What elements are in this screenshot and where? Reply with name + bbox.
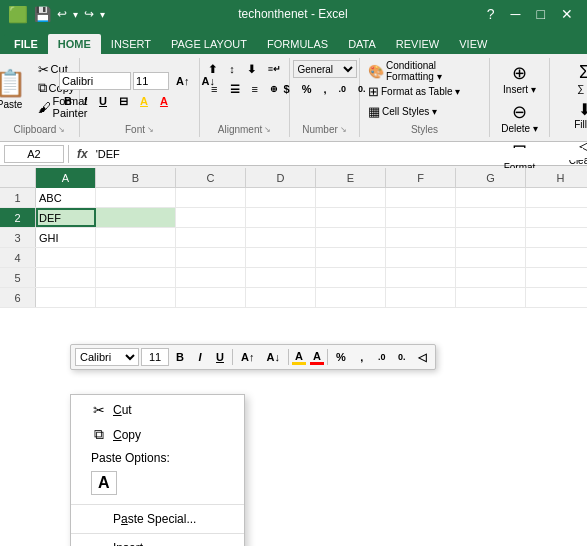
row-num-2[interactable]: 2 (0, 208, 36, 227)
quick-access-redo[interactable]: ↪ (84, 7, 94, 21)
mini-smaller-button[interactable]: A↓ (261, 348, 284, 366)
cell-d3[interactable] (246, 228, 316, 247)
cell-e6[interactable] (316, 288, 386, 307)
cell-f2[interactable] (386, 208, 456, 227)
percent-button[interactable]: % (297, 80, 317, 98)
row-num-5[interactable]: 5 (0, 268, 36, 287)
cell-d5[interactable] (246, 268, 316, 287)
cell-c1[interactable] (176, 188, 246, 207)
row-num-1[interactable]: 1 (0, 188, 36, 207)
cell-h1[interactable] (526, 188, 587, 207)
cell-c6[interactable] (176, 288, 246, 307)
cell-a4[interactable] (36, 248, 96, 267)
tab-review[interactable]: REVIEW (386, 34, 449, 54)
col-header-h[interactable]: H (526, 168, 587, 188)
cell-e5[interactable] (316, 268, 386, 287)
tab-data[interactable]: DATA (338, 34, 386, 54)
ctx-paste-value-button[interactable]: A (91, 471, 117, 495)
cell-g3[interactable] (456, 228, 526, 247)
align-middle-button[interactable]: ↕ (224, 60, 240, 78)
row-num-6[interactable]: 6 (0, 288, 36, 307)
cell-h2[interactable] (526, 208, 587, 227)
ctx-copy[interactable]: ⧉ Copy (71, 422, 244, 447)
cell-h3[interactable] (526, 228, 587, 247)
conditional-formatting-button[interactable]: 🎨 Conditional Formatting ▾ (366, 62, 483, 80)
cell-g1[interactable] (456, 188, 526, 207)
mini-highlight-button[interactable]: A (292, 350, 306, 365)
help-button[interactable]: ? (481, 4, 501, 24)
row-num-4[interactable]: 4 (0, 248, 36, 267)
tab-formulas[interactable]: FORMULAS (257, 34, 338, 54)
mini-bigger-button[interactable]: A↑ (236, 348, 259, 366)
clipboard-expander[interactable]: ↘ (58, 125, 65, 134)
comma-button[interactable]: , (318, 80, 331, 98)
italic-button[interactable]: I (79, 92, 92, 110)
col-header-e[interactable]: E (316, 168, 386, 188)
close-button[interactable]: ✕ (555, 4, 579, 24)
tab-view[interactable]: VIEW (449, 34, 497, 54)
align-center-button[interactable]: ☰ (225, 80, 245, 98)
cell-f6[interactable] (386, 288, 456, 307)
cell-a5[interactable] (36, 268, 96, 287)
alignment-expander[interactable]: ↘ (264, 125, 271, 134)
cell-d1[interactable] (246, 188, 316, 207)
cell-d4[interactable] (246, 248, 316, 267)
align-top-button[interactable]: ⬆ (203, 60, 222, 78)
font-size-input[interactable] (133, 72, 169, 90)
cell-e2[interactable] (316, 208, 386, 227)
paste-button[interactable]: 📋 Paste (0, 60, 32, 118)
cell-h5[interactable] (526, 268, 587, 287)
name-box[interactable] (4, 145, 64, 163)
underline-button[interactable]: U (94, 92, 112, 110)
cell-a1[interactable]: ABC (36, 188, 96, 207)
autosum-button[interactable]: Σ ∑ ▾ (567, 60, 588, 96)
col-header-a[interactable]: A (36, 168, 96, 188)
tab-insert[interactable]: INSERT (101, 34, 161, 54)
font-color-button[interactable]: A (155, 92, 173, 110)
bold-button[interactable]: B (59, 92, 77, 110)
fill-button[interactable]: ⬇ Fill ▾ (567, 98, 588, 132)
cell-a2[interactable]: DEF (36, 208, 96, 227)
col-header-g[interactable]: G (456, 168, 526, 188)
mini-clear-button[interactable]: ◁ (413, 348, 431, 366)
font-expander[interactable]: ↘ (147, 125, 154, 134)
mini-comma-button[interactable]: , (353, 348, 371, 366)
align-bottom-button[interactable]: ⬇ (242, 60, 261, 78)
align-left-button[interactable]: ≡ (206, 80, 222, 98)
cell-f3[interactable] (386, 228, 456, 247)
ctx-insert[interactable]: Insert (71, 537, 244, 546)
cell-styles-button[interactable]: ▦ Cell Styles ▾ (366, 102, 483, 120)
cell-g5[interactable] (456, 268, 526, 287)
mini-font-color-button[interactable]: A (310, 350, 324, 365)
cell-b4[interactable] (96, 248, 176, 267)
cell-a6[interactable] (36, 288, 96, 307)
col-header-b[interactable]: B (96, 168, 176, 188)
cell-c4[interactable] (176, 248, 246, 267)
cell-b3[interactable] (96, 228, 176, 247)
cell-d2[interactable] (246, 208, 316, 227)
cell-a3[interactable]: GHI (36, 228, 96, 247)
cell-c3[interactable] (176, 228, 246, 247)
cell-h4[interactable] (526, 248, 587, 267)
cell-g6[interactable] (456, 288, 526, 307)
quick-access-undo-arrow[interactable]: ▾ (73, 9, 78, 20)
quick-access-save[interactable]: 💾 (34, 6, 51, 22)
cell-f4[interactable] (386, 248, 456, 267)
cell-b6[interactable] (96, 288, 176, 307)
col-header-d[interactable]: D (246, 168, 316, 188)
cell-b1[interactable] (96, 188, 176, 207)
formula-input[interactable] (96, 148, 583, 160)
fill-color-button[interactable]: A (135, 92, 153, 110)
cell-c5[interactable] (176, 268, 246, 287)
cell-f5[interactable] (386, 268, 456, 287)
ctx-cut[interactable]: ✂ Cut (71, 398, 244, 422)
mini-decrease-decimal-button[interactable]: .0 (373, 348, 391, 366)
quick-access-undo[interactable]: ↩ (57, 7, 67, 21)
maximize-button[interactable]: □ (531, 4, 551, 24)
mini-font-select[interactable]: Calibri (75, 348, 139, 366)
col-header-f[interactable]: F (386, 168, 456, 188)
tab-home[interactable]: HOME (48, 34, 101, 54)
border-button[interactable]: ⊟ (114, 92, 133, 110)
cell-d6[interactable] (246, 288, 316, 307)
number-expander[interactable]: ↘ (340, 125, 347, 134)
